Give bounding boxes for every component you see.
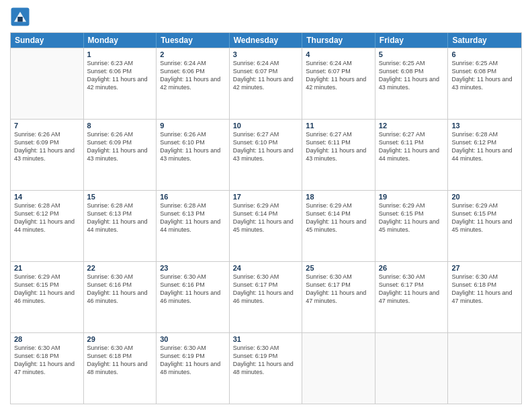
calendar-cell: 10Sunrise: 6:27 AMSunset: 6:10 PMDayligh… [230,120,303,190]
day-info: Sunrise: 6:24 AMSunset: 6:07 PMDaylight:… [306,59,371,92]
day-info: Sunrise: 6:30 AMSunset: 6:17 PMDaylight:… [306,273,371,306]
day-number: 16 [160,193,226,201]
day-number: 20 [451,193,518,201]
day-info: Sunrise: 6:30 AMSunset: 6:18 PMDaylight:… [451,273,518,306]
calendar-header-cell: Tuesday [157,33,230,48]
day-info: Sunrise: 6:28 AMSunset: 6:13 PMDaylight:… [87,201,153,234]
calendar-cell: 19Sunrise: 6:29 AMSunset: 6:15 PMDayligh… [375,191,449,261]
calendar-cell: 25Sunrise: 6:30 AMSunset: 6:17 PMDayligh… [302,262,375,332]
calendar-cell: 11Sunrise: 6:27 AMSunset: 6:11 PMDayligh… [302,120,375,190]
day-number: 8 [87,122,153,130]
calendar-row: 28Sunrise: 6:30 AMSunset: 6:18 PMDayligh… [11,332,521,404]
day-number: 23 [160,264,226,272]
day-info: Sunrise: 6:29 AMSunset: 6:15 PMDaylight:… [379,201,445,234]
day-number: 24 [233,264,299,272]
day-info: Sunrise: 6:26 AMSunset: 6:10 PMDaylight:… [160,130,226,163]
day-number: 28 [14,335,80,343]
calendar-cell: 3Sunrise: 6:24 AMSunset: 6:07 PMDaylight… [230,48,303,119]
day-info: Sunrise: 6:27 AMSunset: 6:11 PMDaylight:… [379,130,445,163]
day-number: 13 [451,122,518,130]
calendar-cell: 22Sunrise: 6:30 AMSunset: 6:16 PMDayligh… [84,262,157,332]
calendar-cell: 28Sunrise: 6:30 AMSunset: 6:18 PMDayligh… [11,333,84,404]
calendar-header: SundayMondayTuesdayWednesdayThursdayFrid… [11,33,521,48]
day-info: Sunrise: 6:26 AMSunset: 6:09 PMDaylight:… [87,130,153,163]
calendar-cell: 12Sunrise: 6:27 AMSunset: 6:11 PMDayligh… [375,120,449,190]
day-number: 7 [14,122,80,130]
svg-rect-2 [17,17,23,22]
day-number: 1 [87,50,153,58]
day-info: Sunrise: 6:27 AMSunset: 6:10 PMDaylight:… [233,130,299,163]
calendar-cell [302,333,375,404]
day-number: 12 [379,122,445,130]
day-number: 6 [451,50,518,58]
calendar-header-cell: Monday [84,33,157,48]
logo-icon [10,7,30,27]
calendar-row: 21Sunrise: 6:29 AMSunset: 6:15 PMDayligh… [11,261,521,332]
calendar-cell: 6Sunrise: 6:25 AMSunset: 6:08 PMDaylight… [448,48,521,119]
calendar-cell: 1Sunrise: 6:23 AMSunset: 6:06 PMDaylight… [84,48,157,119]
calendar-cell: 31Sunrise: 6:30 AMSunset: 6:19 PMDayligh… [230,333,303,404]
calendar-cell: 29Sunrise: 6:30 AMSunset: 6:18 PMDayligh… [84,333,157,404]
calendar-header-cell: Thursday [302,33,375,48]
calendar-cell: 8Sunrise: 6:26 AMSunset: 6:09 PMDaylight… [84,120,157,190]
calendar-cell: 4Sunrise: 6:24 AMSunset: 6:07 PMDaylight… [302,48,375,119]
calendar-header-cell: Wednesday [230,33,303,48]
calendar-cell [11,48,84,119]
day-info: Sunrise: 6:27 AMSunset: 6:11 PMDaylight:… [306,130,371,163]
day-info: Sunrise: 6:28 AMSunset: 6:12 PMDaylight:… [14,201,80,234]
day-info: Sunrise: 6:30 AMSunset: 6:17 PMDaylight:… [379,273,445,306]
calendar-cell [448,333,521,404]
calendar-header-cell: Sunday [11,33,84,48]
calendar-cell: 20Sunrise: 6:29 AMSunset: 6:15 PMDayligh… [448,191,521,261]
calendar-cell: 15Sunrise: 6:28 AMSunset: 6:13 PMDayligh… [84,191,157,261]
calendar-body: 1Sunrise: 6:23 AMSunset: 6:06 PMDaylight… [11,48,521,404]
day-number: 30 [160,335,226,343]
day-number: 31 [233,335,299,343]
day-number: 10 [233,122,299,130]
header [10,7,522,27]
day-number: 27 [451,264,518,272]
day-number: 3 [233,50,299,58]
day-number: 19 [379,193,445,201]
calendar-row: 1Sunrise: 6:23 AMSunset: 6:06 PMDaylight… [11,48,521,119]
calendar-cell [375,333,449,404]
calendar-cell: 27Sunrise: 6:30 AMSunset: 6:18 PMDayligh… [448,262,521,332]
day-info: Sunrise: 6:24 AMSunset: 6:07 PMDaylight:… [233,59,299,92]
calendar-cell: 14Sunrise: 6:28 AMSunset: 6:12 PMDayligh… [11,191,84,261]
day-info: Sunrise: 6:26 AMSunset: 6:09 PMDaylight:… [14,130,80,163]
day-info: Sunrise: 6:23 AMSunset: 6:06 PMDaylight:… [87,59,153,92]
calendar-cell: 9Sunrise: 6:26 AMSunset: 6:10 PMDaylight… [157,120,230,190]
day-number: 15 [87,193,153,201]
day-info: Sunrise: 6:29 AMSunset: 6:14 PMDaylight:… [306,201,371,234]
calendar-header-cell: Friday [375,33,449,48]
day-number: 25 [306,264,371,272]
day-number: 22 [87,264,153,272]
calendar-row: 14Sunrise: 6:28 AMSunset: 6:12 PMDayligh… [11,190,521,261]
calendar-row: 7Sunrise: 6:26 AMSunset: 6:09 PMDaylight… [11,119,521,190]
calendar-cell: 5Sunrise: 6:25 AMSunset: 6:08 PMDaylight… [375,48,449,119]
calendar: SundayMondayTuesdayWednesdayThursdayFrid… [10,32,522,404]
day-number: 4 [306,50,371,58]
calendar-cell: 24Sunrise: 6:30 AMSunset: 6:17 PMDayligh… [230,262,303,332]
page: SundayMondayTuesdayWednesdayThursdayFrid… [0,0,532,411]
calendar-cell: 26Sunrise: 6:30 AMSunset: 6:17 PMDayligh… [375,262,449,332]
day-number: 17 [233,193,299,201]
calendar-cell: 18Sunrise: 6:29 AMSunset: 6:14 PMDayligh… [302,191,375,261]
day-info: Sunrise: 6:30 AMSunset: 6:18 PMDaylight:… [14,344,80,377]
calendar-cell: 2Sunrise: 6:24 AMSunset: 6:06 PMDaylight… [157,48,230,119]
day-info: Sunrise: 6:30 AMSunset: 6:19 PMDaylight:… [160,344,226,377]
day-info: Sunrise: 6:30 AMSunset: 6:16 PMDaylight:… [160,273,226,306]
calendar-cell: 7Sunrise: 6:26 AMSunset: 6:09 PMDaylight… [11,120,84,190]
calendar-cell: 21Sunrise: 6:29 AMSunset: 6:15 PMDayligh… [11,262,84,332]
day-number: 18 [306,193,371,201]
calendar-cell: 17Sunrise: 6:29 AMSunset: 6:14 PMDayligh… [230,191,303,261]
day-info: Sunrise: 6:29 AMSunset: 6:15 PMDaylight:… [451,201,518,234]
logo [10,7,33,27]
day-number: 29 [87,335,153,343]
day-info: Sunrise: 6:29 AMSunset: 6:15 PMDaylight:… [14,273,80,306]
calendar-cell: 30Sunrise: 6:30 AMSunset: 6:19 PMDayligh… [157,333,230,404]
day-number: 21 [14,264,80,272]
day-info: Sunrise: 6:24 AMSunset: 6:06 PMDaylight:… [160,59,226,92]
day-info: Sunrise: 6:28 AMSunset: 6:13 PMDaylight:… [160,201,226,234]
day-number: 2 [160,50,226,58]
